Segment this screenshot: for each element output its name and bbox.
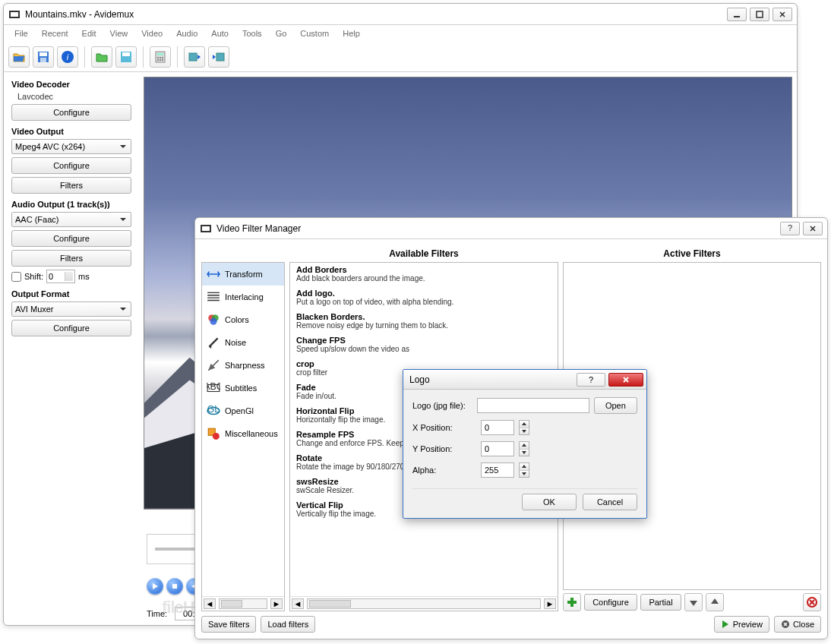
remove-filter-button[interactable]	[803, 593, 821, 611]
y-position-input[interactable]: 0	[481, 441, 514, 456]
svg-rect-21	[172, 584, 177, 589]
filter-desc: Put a logo on top of video, with alpha b…	[296, 298, 551, 306]
filter-desc: Remove noisy edge by turning them to bla…	[296, 321, 551, 330]
category-colors[interactable]: Colors	[202, 308, 284, 331]
category-noise[interactable]: Noise	[202, 331, 284, 354]
add-filter-button[interactable]	[563, 593, 581, 611]
alpha-spin-buttons[interactable]	[519, 462, 529, 478]
filter-name: Add logo.	[296, 289, 335, 298]
audio-output-configure-button[interactable]: Configure	[11, 230, 131, 247]
scroll-left-button[interactable]: ◄	[204, 598, 216, 609]
svg-rect-1	[11, 12, 18, 17]
play-output-button[interactable]	[208, 46, 229, 68]
category-interlacing[interactable]: Interlacing	[202, 286, 284, 308]
category-opengl[interactable]: GLOpenGl	[202, 399, 284, 422]
y-spin-buttons[interactable]	[519, 441, 529, 456]
info-button[interactable]: i	[57, 46, 78, 68]
svg-rect-35	[567, 601, 577, 604]
svg-point-14	[160, 57, 161, 58]
maximize-button[interactable]	[750, 8, 769, 21]
category-list: Transform Interlacing Colors Noise Sharp…	[201, 262, 285, 611]
filter-scroll-left[interactable]: ◄	[292, 598, 304, 609]
stop-button[interactable]	[166, 578, 183, 595]
menu-audio[interactable]: Audio	[170, 27, 204, 39]
save-project-button[interactable]	[115, 46, 137, 68]
filter-item[interactable]: Change FPSSpeed up/slow down the video a…	[290, 333, 558, 357]
menu-view[interactable]: View	[104, 27, 134, 39]
video-output-configure-button[interactable]: Configure	[11, 157, 131, 174]
menu-video[interactable]: Video	[135, 27, 169, 39]
menu-auto[interactable]: Auto	[205, 27, 235, 39]
menu-help[interactable]: Help	[337, 27, 366, 39]
save-filters-button[interactable]: Save filters	[201, 616, 256, 633]
menu-custom[interactable]: Custom	[294, 27, 335, 39]
x-spin-buttons[interactable]	[519, 420, 529, 435]
logo-ok-button[interactable]: OK	[522, 494, 577, 510]
category-scrollbar[interactable]: ◄ ►	[202, 596, 284, 611]
logo-cancel-button[interactable]: Cancel	[583, 494, 637, 510]
filter-scroll-right[interactable]: ►	[544, 598, 556, 609]
logo-help-button[interactable]: ?	[577, 373, 605, 387]
interlacing-icon	[207, 290, 220, 304]
save-button[interactable]	[33, 46, 54, 68]
filter-title: Video Filter Manager	[216, 223, 780, 234]
filter-help-button[interactable]: ?	[780, 222, 800, 235]
svg-point-18	[162, 59, 163, 61]
play-button[interactable]	[147, 578, 163, 595]
main-titlebar: Mountains.mkv - Avidemux	[4, 4, 797, 25]
minimize-button[interactable]	[727, 8, 747, 21]
filter-item[interactable]: Blacken Borders.Remove noisy edge by tur…	[290, 310, 558, 333]
move-up-button[interactable]	[706, 593, 724, 611]
output-format-select[interactable]: AVI Muxer	[11, 301, 131, 317]
filter-scrollbar[interactable]: ◄ ►	[290, 596, 558, 611]
x-position-input[interactable]: 0	[481, 420, 514, 435]
category-subtitles[interactable]: ABCSubtitles	[202, 377, 284, 399]
svg-point-13	[157, 57, 159, 58]
open-project-button[interactable]	[91, 46, 112, 68]
menu-tools[interactable]: Tools	[236, 27, 268, 39]
shift-spinner[interactable]: 0	[46, 270, 75, 283]
video-decoder-name: Lavcodec	[11, 92, 131, 101]
logo-file-input[interactable]	[477, 398, 589, 413]
video-output-filters-button[interactable]: Filters	[11, 177, 131, 194]
load-filters-button[interactable]: Load filters	[261, 616, 315, 633]
move-down-button[interactable]	[684, 593, 703, 611]
category-transform[interactable]: Transform	[202, 263, 284, 286]
noise-icon	[207, 336, 220, 349]
menu-go[interactable]: Go	[270, 27, 293, 39]
alpha-input[interactable]: 255	[481, 462, 514, 478]
svg-rect-19	[189, 53, 197, 61]
audio-output-select[interactable]: AAC (Faac)	[11, 212, 131, 227]
close-button[interactable]	[773, 8, 792, 21]
open-button[interactable]	[8, 46, 30, 68]
category-sharpness[interactable]: Sharpness	[202, 354, 284, 377]
audio-output-filters-button[interactable]: Filters	[11, 250, 131, 267]
video-output-select[interactable]: Mpeg4 AVC (x264)	[11, 139, 131, 154]
play-input-button[interactable]	[184, 46, 205, 68]
shift-checkbox[interactable]	[11, 272, 21, 282]
logo-open-button[interactable]: Open	[594, 397, 637, 414]
menu-file[interactable]: File	[8, 27, 34, 39]
close-filters-button[interactable]: Close	[774, 616, 821, 633]
sidebar: Video Decoder Lavcodec Configure Video O…	[4, 72, 139, 625]
scroll-right-button[interactable]: ►	[270, 598, 283, 609]
video-output-label: Video Output	[11, 127, 131, 136]
svg-rect-3	[757, 11, 763, 17]
filter-item[interactable]: Add logo.Put a logo on top of video, wit…	[290, 286, 558, 310]
filter-close-button[interactable]	[803, 222, 823, 235]
svg-point-15	[162, 57, 163, 58]
menu-recent[interactable]: Recent	[36, 27, 74, 39]
output-format-configure-button[interactable]: Configure	[11, 320, 131, 336]
decoder-configure-button[interactable]: Configure	[11, 104, 131, 121]
filter-item[interactable]: Add BordersAdd black boarders around the…	[290, 263, 558, 286]
calculator-button[interactable]	[150, 46, 171, 68]
menu-edit[interactable]: Edit	[76, 27, 103, 39]
active-partial-button[interactable]: Partial	[640, 594, 681, 611]
filter-name: Resample FPS	[296, 430, 354, 439]
logo-titlebar: Logo ?	[403, 370, 646, 390]
y-position-label: Y Position:	[412, 444, 476, 453]
active-configure-button[interactable]: Configure	[584, 594, 637, 611]
logo-close-button[interactable]	[608, 373, 643, 387]
preview-button[interactable]: Preview	[714, 616, 769, 633]
category-misc[interactable]: Miscellaneous	[202, 422, 284, 445]
